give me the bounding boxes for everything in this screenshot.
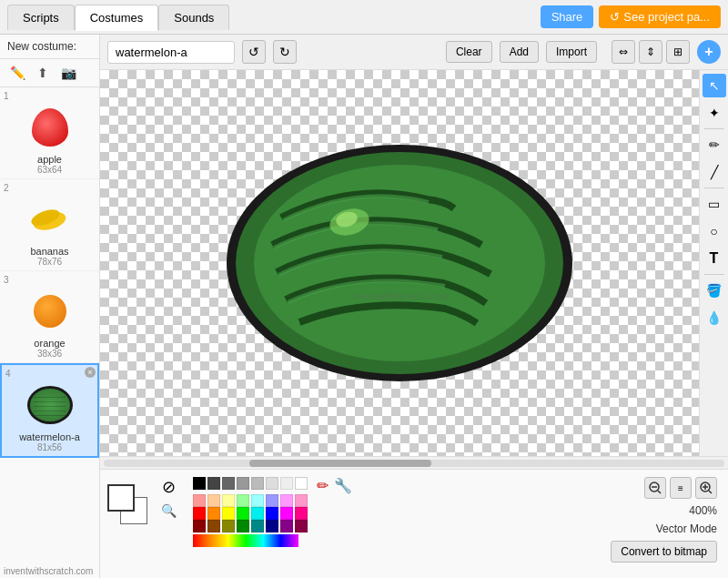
convert-button[interactable]: Convert to bitmap <box>611 541 717 563</box>
cs18[interactable] <box>207 520 220 532</box>
banana-thumbnail <box>27 201 73 238</box>
undo-button[interactable]: ↺ <box>242 40 266 64</box>
color-section: ⊘ 🔍 ✏ <box>107 477 352 571</box>
select-tool-button[interactable]: ↖ <box>703 74 726 97</box>
special-tools: ⊘ 🔍 <box>158 477 178 521</box>
text-tool-button[interactable]: T <box>703 247 726 270</box>
scrollbar-thumb[interactable] <box>249 460 431 467</box>
color-white[interactable] <box>295 477 308 490</box>
orange-thumbnail <box>34 295 66 328</box>
cs17[interactable] <box>193 520 206 532</box>
redo-button[interactable]: ↻ <box>273 40 297 64</box>
dropper-indicator: 🔧 <box>334 477 352 494</box>
color-near-white[interactable] <box>280 477 293 490</box>
canvas-area[interactable]: inventwithscratch.com <box>100 70 699 456</box>
cs15[interactable] <box>280 507 293 520</box>
costume-item-apple[interactable]: 1 apple 63x64 <box>0 87 99 179</box>
cs9[interactable] <box>193 507 206 520</box>
cs8[interactable] <box>295 494 308 507</box>
costume-item-watermelon[interactable]: × 4 watermelon-a 81x56 <box>0 363 99 458</box>
rect-tool-button[interactable]: ▭ <box>703 192 726 216</box>
cs16[interactable] <box>295 507 308 520</box>
see-project-button[interactable]: ↺ See project pa... <box>599 5 721 28</box>
new-costume-icons: ✏️ ⬆ 📷 <box>0 59 99 87</box>
cs21[interactable] <box>251 520 264 532</box>
reshape-tool-button[interactable]: ✦ <box>703 101 726 125</box>
add-plus-button[interactable]: + <box>697 40 721 64</box>
close-badge[interactable]: × <box>85 367 96 378</box>
left-panel: New costume: ✏️ ⬆ 📷 1 apple 63x64 2 <box>0 35 100 578</box>
cs2[interactable] <box>207 494 220 507</box>
import-button[interactable]: Import <box>546 41 597 63</box>
cs4[interactable] <box>237 494 249 507</box>
tool-palette: ↖ ✦ ✏ ╱ ▭ ○ T 🪣 💧 <box>699 70 728 456</box>
tab-sounds[interactable]: Sounds <box>158 5 229 30</box>
cs7[interactable] <box>280 494 293 507</box>
bottom-watermark: inventwithscratch.com <box>4 566 93 576</box>
zoom-controls: ≡ <box>644 477 717 499</box>
fill-tool-button[interactable]: 🪣 <box>703 279 726 302</box>
costume-list: 1 apple 63x64 2 bananas 78x76 <box>0 87 99 578</box>
cs1[interactable] <box>193 494 206 507</box>
cs14[interactable] <box>266 507 278 520</box>
color-lighter-gray[interactable] <box>266 477 278 490</box>
center-button[interactable]: ⊞ <box>666 40 690 64</box>
color-dark-gray[interactable] <box>207 477 220 490</box>
ellipse-tool-button[interactable]: ○ <box>703 219 726 243</box>
cs5[interactable] <box>251 494 264 507</box>
cs11[interactable] <box>222 507 235 520</box>
canvas-and-tools: inventwithscratch.com ↖ ✦ ✏ ╱ ▭ ○ T 🪣 💧 <box>100 70 728 456</box>
bottom-panel: ⊘ 🔍 ✏ <box>100 469 728 578</box>
flip-h-button[interactable]: ⇔ <box>612 40 635 64</box>
main-layout: New costume: ✏️ ⬆ 📷 1 apple 63x64 2 <box>0 35 728 578</box>
foreground-color-box[interactable] <box>107 484 135 512</box>
cs22[interactable] <box>266 520 278 532</box>
eyedropper-button[interactable]: 🔍 <box>158 501 178 521</box>
pencil-indicator: ✏ <box>317 477 329 494</box>
tab-scripts[interactable]: Scripts <box>7 5 75 30</box>
zoom-out-button[interactable] <box>644 477 666 499</box>
color-row-2 <box>193 494 352 507</box>
color-black[interactable] <box>193 477 206 490</box>
color-mid-gray[interactable] <box>237 477 249 490</box>
pencil-tool-button[interactable]: ✏ <box>703 133 726 157</box>
costume-item-bananas[interactable]: 2 bananas 78x76 <box>0 179 99 271</box>
color-row-3 <box>193 507 352 520</box>
cs19[interactable] <box>222 520 235 532</box>
stamp-icon[interactable]: ⬆ <box>33 63 53 83</box>
cs10[interactable] <box>207 507 220 520</box>
gradient-swatch[interactable] <box>193 534 298 547</box>
apple-thumbnail <box>32 108 68 147</box>
cs20[interactable] <box>237 520 249 532</box>
paint-icon[interactable]: ✏️ <box>7 63 27 83</box>
costume-name-input[interactable] <box>107 41 235 64</box>
flip-v-button[interactable]: ⇕ <box>639 40 662 64</box>
zoom-level: 400% <box>689 504 717 517</box>
zoom-in-icon <box>700 482 713 494</box>
clear-button[interactable]: Clear <box>446 41 492 63</box>
eyedrop-tool-button[interactable]: 💧 <box>703 306 726 330</box>
zoom-equal-button[interactable]: ≡ <box>670 477 692 499</box>
color-light-gray[interactable] <box>251 477 264 490</box>
color-gray[interactable] <box>222 477 235 490</box>
tab-costumes[interactable]: Costumes <box>75 5 159 31</box>
camera-icon[interactable]: 📷 <box>58 63 78 83</box>
line-color-button[interactable]: ⊘ <box>158 477 178 497</box>
top-bar: Scripts Costumes Sounds Share ↺ See proj… <box>0 0 728 35</box>
zoom-in-button[interactable] <box>695 477 717 499</box>
arrow-icon: ↺ <box>610 10 620 24</box>
line-tool-button[interactable]: ╱ <box>703 160 726 184</box>
cs12[interactable] <box>237 507 249 520</box>
cs24[interactable] <box>295 520 308 532</box>
canvas-scrollbar[interactable] <box>100 456 728 469</box>
share-button[interactable]: Share <box>541 5 594 28</box>
right-tools: ≡ 400% Vector Mode Convert to bitmap <box>611 477 721 571</box>
cs3[interactable] <box>222 494 235 507</box>
zoom-out-icon <box>649 482 662 494</box>
costume-item-orange[interactable]: 3 orange 38x36 <box>0 271 99 363</box>
add-button[interactable]: Add <box>500 41 539 63</box>
mode-label: Vector Mode <box>656 522 717 535</box>
cs13[interactable] <box>251 507 264 520</box>
cs23[interactable] <box>280 520 293 532</box>
cs6[interactable] <box>266 494 278 507</box>
